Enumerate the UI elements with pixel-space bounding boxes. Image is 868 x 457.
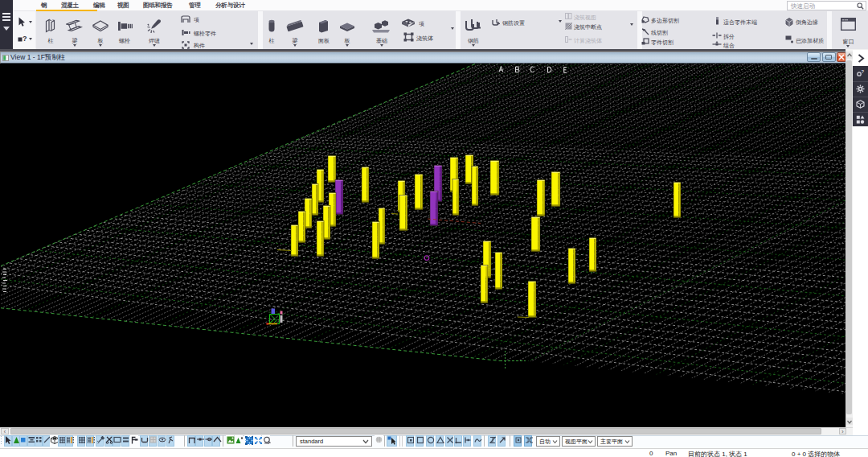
svg-text:?: ?: [23, 35, 27, 43]
svg-text:?: ?: [862, 69, 865, 74]
